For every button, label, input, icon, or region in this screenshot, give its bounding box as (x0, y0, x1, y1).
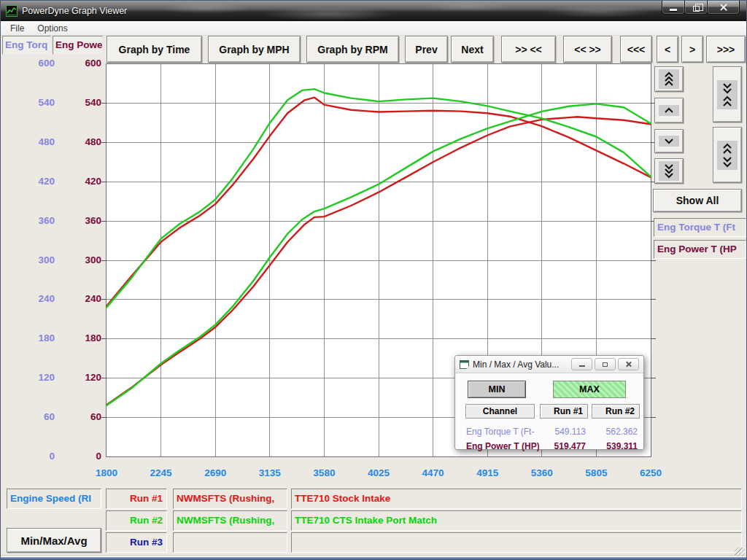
x-axis-ticks: 1800224526903135358040254470491553605805… (107, 467, 651, 479)
y-tick-label: 0 (1, 451, 101, 462)
legend-eng-power[interactable]: Eng Power T (HP (654, 240, 746, 259)
chevron-up-icon (659, 105, 679, 116)
y-tick-label: 300 (1, 255, 101, 265)
min-max-avg-button[interactable]: Min/Max/Avg (7, 528, 101, 553)
restore-icon (603, 362, 608, 367)
x-tick-label: 3580 (298, 467, 349, 478)
table-row-power-run2-value: 539.311 (592, 440, 638, 452)
y-tick-label: 360 (1, 216, 101, 226)
title-bar[interactable]: PowerDyne Graph Viewer (1, 1, 746, 21)
menu-bar: FileOptions (1, 21, 746, 36)
restore-icon (693, 6, 700, 12)
scroll-far-right-button[interactable]: >>> (706, 36, 746, 63)
y-tick-label: 180 (1, 333, 101, 343)
app-window: PowerDyne Graph Viewer FileOptions Eng T… (0, 0, 747, 560)
run2-file[interactable]: NWMSFTS (Rushing, (173, 510, 287, 531)
chevrons-inward-icon (717, 80, 738, 109)
scale-down-button[interactable] (654, 129, 684, 153)
scale-down-fast-button[interactable] (654, 158, 684, 184)
y-tick-label: 120 (1, 373, 101, 383)
channel-tab-eng-power[interactable]: Eng Powe (53, 36, 103, 55)
x-tick-label: 3135 (244, 467, 295, 478)
close-icon (719, 3, 728, 12)
x-tick-label: 5805 (570, 467, 622, 478)
run3-file[interactable] (173, 532, 287, 553)
minmax-window-title: Min / Max / Avg Valu... (473, 359, 559, 370)
column-header-channel: Channel (465, 404, 535, 419)
minmax-restore-button[interactable] (595, 358, 616, 370)
table-row-power-run1-value: 519.477 (540, 440, 586, 452)
restore-button[interactable] (684, 1, 708, 15)
y-tick-label: 420 (1, 176, 101, 187)
run2-label: Run #2 (106, 510, 167, 531)
scale-up-fast-button[interactable] (654, 66, 684, 92)
menu-options[interactable]: Options (31, 23, 74, 34)
scroll-left-button[interactable]: < (657, 36, 678, 63)
column-header-run1: Run #1 (540, 404, 588, 419)
table-row-power-channel: Eng Power T (HP) (466, 440, 539, 452)
x-tick-label: 2690 (190, 467, 241, 478)
channel-tab-eng-torque[interactable]: Eng Torq (2, 36, 51, 55)
show-all-button[interactable]: Show All (653, 189, 742, 212)
y-tick-label: 600 (1, 58, 101, 69)
table-row-torque-run2-value: 562.362 (592, 426, 638, 438)
menu-file[interactable]: File (4, 23, 31, 34)
prev-button[interactable]: Prev (405, 36, 448, 63)
minmax-body: MIN MAX Channel Run #1 Run #2 Eng Torque… (456, 373, 643, 449)
minmax-minimize-button[interactable] (571, 358, 592, 370)
minimize-button[interactable] (662, 1, 685, 15)
minmax-window[interactable]: Min / Max / Avg Valu... MIN MAX Channel … (454, 355, 644, 450)
chevrons-outward-icon (717, 141, 738, 170)
scale-up-button[interactable] (654, 98, 684, 123)
x-tick-label: 6250 (625, 467, 676, 478)
run1-label: Run #1 (106, 489, 167, 509)
chevron-triple-down-icon (659, 161, 679, 181)
window-bottom-border (1, 557, 746, 559)
minmax-close-button[interactable] (618, 358, 639, 370)
x-tick-label: 1800 (81, 467, 132, 478)
chevron-down-icon (659, 136, 679, 147)
x-tick-label: 5360 (516, 467, 568, 478)
min-toggle-button[interactable]: MIN (468, 381, 526, 398)
close-icon (625, 361, 632, 368)
y-axis-power-ticks: 600540480420360300240180120600 (1, 58, 103, 467)
resize-grip[interactable] (735, 548, 745, 556)
chevron-triple-up-icon (659, 69, 679, 89)
minimize-icon (670, 9, 677, 11)
x-tick-label: 4915 (462, 467, 513, 478)
caption-buttons (662, 1, 740, 15)
minmax-title-bar[interactable]: Min / Max / Avg Valu... (455, 356, 643, 373)
y-tick-label: 480 (1, 137, 101, 147)
run1-file[interactable]: NWMSFTS (Rushing, (173, 489, 287, 509)
expand-range-button[interactable] (713, 127, 742, 183)
graph-by-rpm-button[interactable]: Graph by RPM (306, 36, 399, 63)
y-tick-label: 540 (1, 98, 101, 108)
form-icon (460, 360, 469, 369)
run3-description[interactable] (291, 532, 742, 553)
graph-by-mph-button[interactable]: Graph by MPH (208, 36, 301, 63)
run3-label: Run #3 (106, 532, 167, 553)
collapse-range-button[interactable] (713, 66, 742, 122)
client-area: Eng Torq Eng Powe Graph by TimeGraph by … (1, 36, 746, 559)
expand-x-button[interactable]: << >> (563, 36, 612, 63)
column-header-run2: Run #2 (592, 404, 640, 419)
close-button[interactable] (707, 1, 740, 15)
x-axis-channel-box[interactable]: Engine Speed (RI (7, 489, 101, 509)
legend-eng-torque[interactable]: Eng Torque T (Ft (654, 218, 746, 237)
table-row-torque-channel: Eng Torque T (Ft- (466, 426, 539, 438)
table-row-torque-run1-value: 549.113 (540, 426, 586, 438)
run1-description[interactable]: TTE710 Stock Intake (291, 489, 742, 509)
y-tick-label: 240 (1, 294, 101, 304)
x-tick-label: 4025 (353, 467, 404, 478)
next-button[interactable]: Next (451, 36, 494, 63)
x-tick-label: 2245 (136, 467, 187, 478)
minimize-icon (579, 365, 585, 367)
graph-by-time-button[interactable]: Graph by Time (107, 36, 202, 63)
run2-description[interactable]: TTE710 CTS Intake Port Match (291, 510, 742, 531)
window-title: PowerDyne Graph Viewer (22, 6, 127, 16)
app-icon (6, 5, 18, 17)
scroll-far-left-button[interactable]: <<< (620, 36, 652, 63)
max-toggle-button[interactable]: MAX (553, 381, 626, 398)
scroll-right-button[interactable]: > (681, 36, 703, 63)
compress-x-button[interactable]: >> << (501, 36, 556, 63)
